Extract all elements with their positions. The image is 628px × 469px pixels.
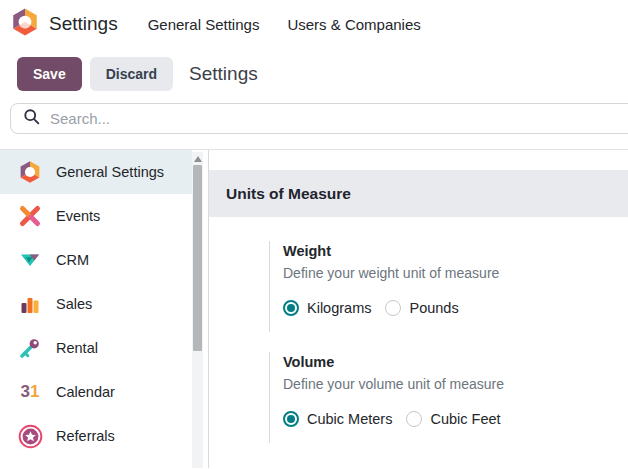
referrals-icon — [17, 423, 43, 449]
main-area: General Settings Events — [0, 150, 628, 468]
menu-general-settings[interactable]: General Settings — [148, 16, 260, 33]
sidebar-item-label: Referrals — [56, 428, 115, 444]
setting-description: Define your volume unit of measure — [283, 374, 504, 395]
sidebar-item-events[interactable]: Events — [0, 194, 192, 238]
apps-menu-button[interactable] — [10, 9, 40, 39]
sidebar-item-rental[interactable]: Rental — [0, 326, 192, 370]
menu-users-companies[interactable]: Users & Companies — [287, 16, 420, 33]
sidebar-item-referrals[interactable]: Referrals — [0, 414, 192, 458]
setting-left-pane — [209, 352, 269, 443]
sidebar-item-label: Calendar — [56, 384, 115, 400]
app-title[interactable]: Settings — [49, 13, 118, 35]
radio-option-pounds[interactable]: Pounds — [385, 300, 458, 316]
sidebar-item-label: Sales — [56, 296, 92, 312]
radio-selected-icon[interactable] — [283, 300, 299, 316]
setting-weight: Weight Define your weight unit of measur… — [209, 241, 628, 332]
radio-option-kilograms[interactable]: Kilograms — [283, 300, 371, 316]
radio-label[interactable]: Cubic Feet — [430, 411, 500, 427]
setting-right-pane: Volume Define your volume unit of measur… — [269, 352, 504, 443]
sidebar-item-calendar[interactable]: 31 Calendar — [0, 370, 192, 414]
sidebar-item-label: CRM — [56, 252, 89, 268]
calendar-icon: 31 — [17, 379, 43, 405]
setting-description: Define your weight unit of measure — [283, 263, 499, 284]
radio-selected-icon[interactable] — [283, 411, 299, 427]
sidebar-item-label: Events — [56, 208, 100, 224]
search-icon — [23, 108, 40, 129]
setting-right-pane: Weight Define your weight unit of measur… — [269, 241, 499, 332]
radio-unselected-icon[interactable] — [385, 300, 401, 316]
sidebar-item-label: General Settings — [56, 164, 164, 180]
top-menu: General Settings Users & Companies — [148, 16, 421, 33]
rental-icon — [17, 335, 43, 361]
settings-sidebar: General Settings Events — [0, 150, 209, 468]
section-header: Units of Measure — [209, 170, 628, 217]
odoo-logo-icon — [10, 7, 40, 41]
crm-icon — [17, 247, 43, 273]
sidebar-item-general-settings[interactable]: General Settings — [0, 150, 192, 194]
save-button[interactable]: Save — [17, 57, 82, 91]
setting-name: Weight — [283, 241, 499, 262]
radio-unselected-icon[interactable] — [406, 411, 422, 427]
sidebar-scrollbar[interactable] — [192, 152, 203, 468]
volume-radio-group: Cubic Meters Cubic Feet — [283, 411, 504, 427]
control-panel: Save Discard Settings — [0, 48, 628, 100]
sidebar-item-sales[interactable]: Sales — [0, 282, 192, 326]
settings-content: Units of Measure Weight Define your weig… — [209, 150, 628, 468]
radio-label[interactable]: Cubic Meters — [307, 411, 392, 427]
radio-label[interactable]: Kilograms — [307, 300, 371, 316]
discard-button[interactable]: Discard — [90, 57, 173, 91]
top-navbar: Settings General Settings Users & Compan… — [0, 0, 628, 48]
section-title: Units of Measure — [226, 185, 351, 203]
search-box[interactable] — [10, 103, 628, 134]
weight-radio-group: Kilograms Pounds — [283, 300, 499, 316]
sidebar-item-crm[interactable]: CRM — [0, 238, 192, 282]
radio-option-cubic-meters[interactable]: Cubic Meters — [283, 411, 392, 427]
scrollbar-thumb[interactable] — [193, 165, 202, 351]
events-icon — [17, 203, 43, 229]
search-input[interactable] — [50, 110, 628, 127]
setting-volume: Volume Define your volume unit of measur… — [209, 352, 628, 443]
odoo-logo-icon — [17, 159, 43, 185]
radio-label[interactable]: Pounds — [409, 300, 458, 316]
breadcrumb: Settings — [189, 63, 258, 85]
search-row — [0, 100, 628, 150]
setting-name: Volume — [283, 352, 504, 373]
scrollbar-up-icon[interactable] — [194, 156, 202, 162]
setting-left-pane — [209, 241, 269, 332]
radio-option-cubic-feet[interactable]: Cubic Feet — [406, 411, 500, 427]
sales-icon — [17, 291, 43, 317]
sidebar-item-label: Rental — [56, 340, 98, 356]
